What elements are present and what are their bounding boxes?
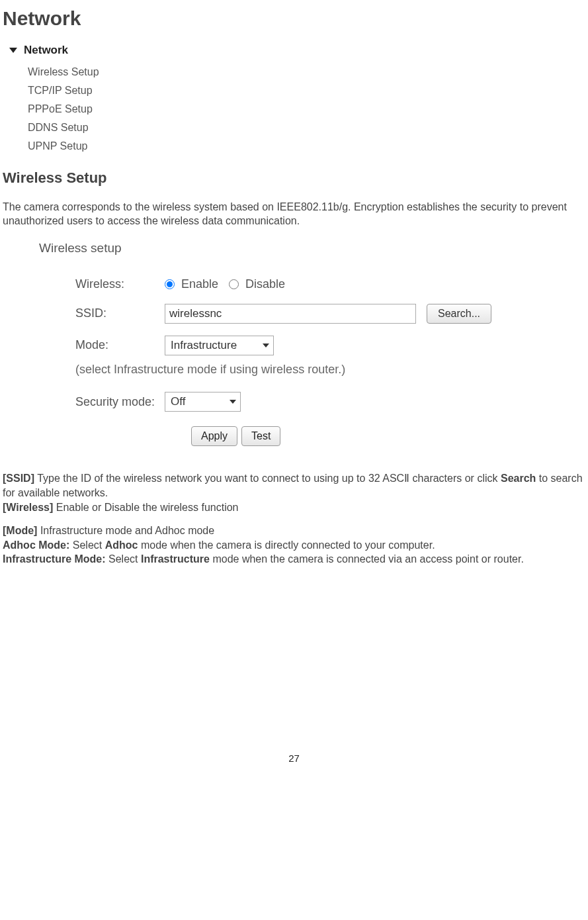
page-number: 27 [3, 752, 585, 765]
wireless-disable-radio[interactable] [229, 279, 239, 289]
wireless-row: Wireless: Enable Disable [39, 277, 542, 292]
intro-paragraph: The camera corresponds to the wireless s… [3, 200, 585, 228]
ssid-label: SSID: [39, 306, 165, 321]
caret-down-icon [263, 344, 269, 347]
caret-down-icon [9, 48, 17, 53]
infrastructure-description: Infrastructure Mode: Select Infrastructu… [3, 552, 585, 567]
wireless-enable-radio[interactable] [165, 279, 175, 289]
security-select-value: Off [171, 394, 185, 409]
security-select[interactable]: Off [165, 392, 241, 412]
mode-description: [Mode] Infrastructure mode and Adhoc mod… [3, 524, 585, 538]
mode-select[interactable]: Infrastructure [165, 336, 274, 355]
mode-row: Mode: Infrastructure [39, 336, 542, 355]
description-block: [SSID] Type the ID of the wireless netwo… [3, 471, 585, 567]
apply-button[interactable]: Apply [191, 426, 237, 446]
mode-label: Mode: [39, 338, 165, 353]
section-heading: Wireless Setup [3, 169, 585, 188]
nav-item-upnp-setup[interactable]: UPNP Setup [28, 137, 208, 156]
test-button[interactable]: Test [241, 426, 280, 446]
mode-select-value: Infrastructure [171, 338, 237, 353]
mode-hint: (select Infrastructure mode if using wir… [39, 362, 542, 377]
ssid-description: [SSID] Type the ID of the wireless netwo… [3, 471, 585, 500]
nav-item-tcpip-setup[interactable]: TCP/IP Setup [28, 81, 208, 100]
nav-header[interactable]: Network [9, 43, 208, 58]
network-nav-panel: Network Wireless Setup TCP/IP Setup PPPo… [9, 43, 208, 156]
search-button[interactable]: Search... [427, 304, 491, 324]
panel-title: Wireless setup [39, 240, 542, 257]
nav-item-pppoe-setup[interactable]: PPPoE Setup [28, 100, 208, 118]
wireless-disable-label: Disable [245, 277, 285, 292]
ssid-input[interactable] [165, 304, 416, 324]
adhoc-description: Adhoc Mode: Select Adhoc mode when the c… [3, 538, 585, 553]
ssid-row: SSID: Search... [39, 304, 542, 324]
wireless-label: Wireless: [39, 277, 165, 292]
wireless-setup-panel: Wireless setup Wireless: Enable Disable … [39, 240, 542, 446]
nav-header-label: Network [24, 43, 68, 58]
wireless-description: [Wireless] Enable or Disable the wireles… [3, 500, 585, 515]
nav-item-wireless-setup[interactable]: Wireless Setup [28, 63, 208, 81]
wireless-enable-label: Enable [181, 277, 218, 292]
nav-item-ddns-setup[interactable]: DDNS Setup [28, 118, 208, 137]
security-label: Security mode: [39, 394, 165, 410]
page-title: Network [3, 5, 585, 31]
security-row: Security mode: Off [39, 392, 542, 412]
caret-down-icon [230, 400, 236, 404]
